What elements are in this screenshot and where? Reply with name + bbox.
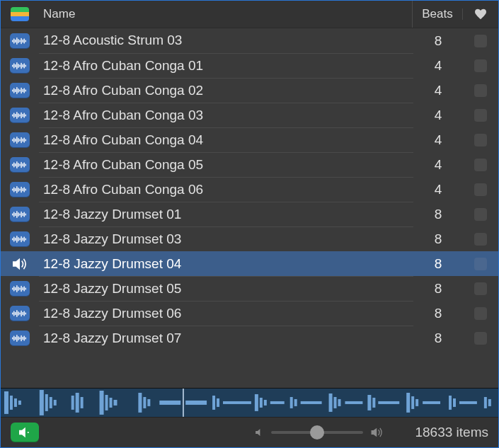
loop-beats: 4 [413,177,463,202]
table-row[interactable]: 12-8 Jazzy Drumset 068 [1,301,498,326]
svg-rect-30 [12,114,13,116]
audio-loop-icon [10,108,30,123]
favorite-checkbox[interactable] [474,159,487,171]
column-header-favorite[interactable] [462,8,498,20]
loop-name: 12-8 Jazzy Drumset 06 [39,301,413,326]
favorite-checkbox[interactable] [474,109,487,122]
favorite-checkbox[interactable] [474,258,487,270]
svg-rect-32 [15,113,16,116]
favorite-checkbox[interactable] [474,282,487,295]
speaker-icon [18,427,32,438]
svg-rect-154 [338,399,341,406]
svg-rect-103 [16,310,17,317]
favorite-checkbox[interactable] [474,35,487,47]
svg-rect-128 [54,400,57,406]
table-row[interactable]: 12-8 Afro Cuban Conga 054 [1,152,498,177]
favorite-checkbox[interactable] [474,332,487,345]
svg-rect-142 [212,396,215,410]
svg-rect-114 [18,336,18,340]
loop-name: 12-8 Jazzy Drumset 07 [39,326,413,351]
svg-rect-105 [19,312,20,314]
svg-rect-123 [14,398,17,407]
svg-rect-97 [22,287,23,289]
loop-name: 12-8 Afro Cuban Conga 03 [39,103,413,128]
table-row[interactable]: 12-8 Jazzy Drumset 078 [1,326,498,350]
svg-rect-163 [449,396,452,410]
svg-rect-89 [25,238,26,240]
svg-rect-49 [25,139,26,141]
svg-rect-82 [15,237,16,240]
svg-rect-95 [19,287,20,289]
loop-beats: 8 [413,326,463,350]
svg-rect-16 [21,62,21,68]
svg-rect-8 [24,38,25,43]
svg-rect-126 [45,394,48,411]
svg-rect-63 [16,186,17,193]
favorite-checkbox[interactable] [474,183,487,196]
svg-rect-119 [25,337,26,339]
svg-rect-19 [25,64,26,67]
table-row[interactable]: 12-8 Jazzy Drumset 058 [1,276,498,301]
loop-beats: 4 [413,127,463,152]
svg-rect-72 [15,212,16,215]
svg-rect-56 [21,161,21,167]
table-row[interactable]: 12-8 Afro Cuban Conga 034 [1,103,498,127]
volume-knob[interactable] [310,425,324,440]
svg-rect-60 [12,188,13,190]
table-row[interactable]: 12-8 Jazzy Drumset 048 [1,251,498,276]
svg-rect-112 [15,336,16,339]
svg-rect-135 [114,400,117,406]
table-row[interactable]: 12-8 Afro Cuban Conga 044 [1,127,498,152]
table-row[interactable]: 12-8 Acoustic Strum 038 [1,28,498,53]
table-row[interactable]: 12-8 Jazzy Drumset 038 [1,226,498,251]
table-row[interactable]: 12-8 Afro Cuban Conga 064 [1,177,498,202]
svg-rect-6 [21,38,21,43]
list-view-icon [11,7,29,21]
item-count: 18633 items [394,425,488,440]
volume-control [245,427,394,438]
column-header-beats[interactable]: Beats [412,1,462,28]
svg-rect-164 [453,398,456,407]
loop-name: 12-8 Jazzy Drumset 05 [39,276,413,301]
favorite-checkbox[interactable] [474,134,487,147]
svg-rect-87 [22,237,23,240]
table-row[interactable]: 12-8 Afro Cuban Conga 014 [1,53,498,78]
volume-slider[interactable] [271,431,363,434]
loop-beats: 8 [413,276,463,301]
loop-name: 12-8 Jazzy Drumset 04 [39,251,413,277]
svg-rect-35 [19,114,20,116]
svg-rect-59 [25,163,26,166]
waveform-preview[interactable] [1,388,498,417]
svg-rect-109 [25,312,26,314]
column-header-name[interactable]: Name [39,7,412,21]
favorite-checkbox[interactable] [474,59,487,72]
svg-rect-158 [378,401,399,404]
svg-rect-5 [19,40,20,42]
svg-rect-62 [15,188,16,190]
svg-rect-67 [22,188,23,190]
loop-beats: 8 [413,202,463,226]
svg-rect-64 [18,188,18,192]
svg-rect-75 [19,213,20,215]
favorite-checkbox[interactable] [474,208,487,221]
loop-name: 12-8 Afro Cuban Conga 05 [39,152,413,178]
favorite-checkbox[interactable] [474,233,487,246]
table-row[interactable]: 12-8 Afro Cuban Conga 024 [1,78,498,103]
audition-button[interactable] [11,423,39,442]
svg-rect-166 [484,397,487,408]
svg-rect-0 [12,40,13,42]
svg-rect-70 [12,213,13,215]
favorite-checkbox[interactable] [474,84,487,97]
svg-rect-76 [21,211,21,217]
view-mode-button[interactable] [1,7,39,21]
favorite-checkbox[interactable] [474,307,487,320]
svg-rect-113 [16,335,17,342]
svg-rect-104 [18,311,18,316]
table-row[interactable]: 12-8 Jazzy Drumset 018 [1,202,498,226]
svg-rect-4 [18,39,18,43]
volume-high-icon [370,427,384,438]
svg-rect-42 [15,138,16,141]
svg-rect-152 [329,394,333,412]
svg-rect-138 [147,399,150,406]
column-header: Name Beats [1,1,498,28]
